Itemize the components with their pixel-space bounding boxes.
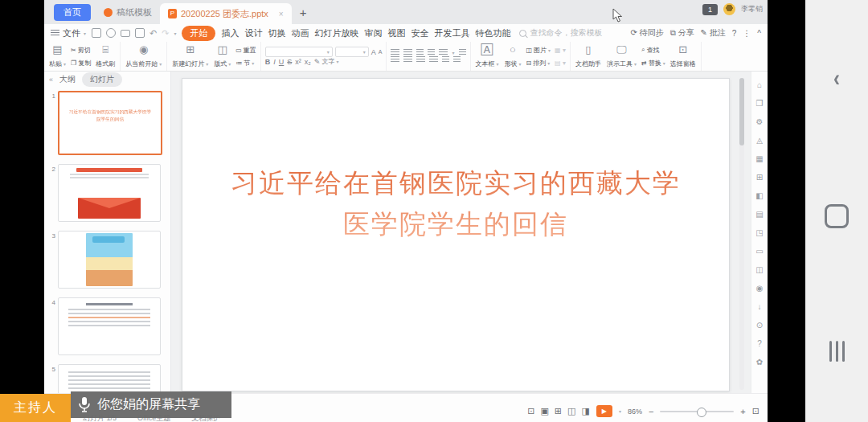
text-box-button[interactable]: 🄰 文本框▾ bbox=[475, 43, 500, 69]
fit-to-window-icon[interactable]: ⊡ bbox=[752, 406, 760, 416]
list-panel-icon[interactable]: ▤ bbox=[755, 206, 763, 223]
collapse-panel-icon[interactable]: « bbox=[49, 76, 53, 84]
reset-button[interactable]: ▭ 重置 bbox=[235, 46, 256, 55]
more-menu-icon[interactable]: ⋮ bbox=[743, 29, 751, 38]
back-icon[interactable]: ‹ bbox=[833, 64, 840, 92]
comment-button[interactable]: ✎ 批注 bbox=[701, 27, 726, 39]
notes-view-icon[interactable]: ◨ bbox=[581, 406, 589, 416]
selection-pane-button[interactable]: ⊡ 选择窗格 bbox=[669, 43, 697, 69]
save-icon[interactable] bbox=[92, 28, 101, 38]
file-menu-button[interactable]: 文件 ▾ bbox=[51, 27, 86, 39]
slide-thumbnail-3[interactable] bbox=[58, 231, 161, 289]
line-spacing-icon[interactable] bbox=[439, 49, 448, 56]
screen-share-banner[interactable]: 你您娟的屏幕共享 bbox=[71, 391, 231, 418]
export-panel-icon[interactable]: ▭ bbox=[755, 243, 763, 260]
settings-panel-icon[interactable]: ⚙ bbox=[756, 113, 764, 130]
template-tab[interactable]: 稿纸模板 bbox=[96, 2, 160, 22]
superscript-button[interactable]: x² bbox=[295, 58, 301, 66]
font-size-select[interactable]: ▾ bbox=[335, 47, 369, 57]
calendar-panel-icon[interactable]: ◫ bbox=[755, 261, 763, 278]
recents-icon[interactable] bbox=[829, 341, 845, 362]
reading-view-icon[interactable]: ◫ bbox=[567, 406, 575, 416]
replace-button[interactable]: ⇄ 替换▾ bbox=[641, 59, 665, 68]
slides-tab[interactable]: 幻灯片 bbox=[82, 72, 122, 87]
section-button[interactable]: ≔ 节▾ bbox=[235, 59, 256, 68]
slide-sorter-icon[interactable]: ⊞ bbox=[555, 406, 562, 416]
image-panel-icon[interactable]: ◉ bbox=[756, 280, 764, 297]
play-from-current-button[interactable]: ◉ 从当前开始▾ bbox=[125, 43, 162, 69]
indent-increase-icon[interactable] bbox=[428, 49, 435, 56]
slide-thumbnail-4[interactable] bbox=[58, 297, 161, 355]
underline-button[interactable]: U bbox=[279, 58, 285, 66]
tab-view[interactable]: 视图 bbox=[387, 27, 405, 39]
new-slide-button[interactable]: ⊞ 新建幻灯片▾ bbox=[171, 43, 209, 69]
collapse-ribbon-icon[interactable]: ^ bbox=[757, 29, 761, 38]
home-panel-icon[interactable]: ⌂ bbox=[757, 76, 762, 93]
font-family-select[interactable]: ▾ bbox=[265, 47, 333, 57]
tab-insert[interactable]: 插入 bbox=[221, 27, 239, 39]
text-direction-icon[interactable] bbox=[453, 56, 461, 64]
document-tab[interactable]: P 20200225 团委志.pptx × bbox=[160, 3, 292, 24]
display-settings-icon[interactable]: ⊡ bbox=[527, 406, 534, 416]
slide-canvas[interactable]: 习近平给在首钢医院实习的西藏大学 医学院学生的回信 bbox=[171, 72, 751, 393]
grid-panel-icon[interactable]: ⊞ bbox=[756, 169, 763, 186]
bullet-list-icon[interactable] bbox=[391, 49, 399, 56]
layers-panel-icon[interactable]: ❐ bbox=[756, 95, 764, 112]
tab-design[interactable]: 设计 bbox=[244, 27, 262, 39]
table-panel-icon[interactable]: ▦ bbox=[755, 150, 763, 167]
distribute-text-icon[interactable] bbox=[442, 56, 449, 64]
align-right-icon[interactable] bbox=[416, 56, 425, 64]
clipboard-panel-icon[interactable]: ◳ bbox=[755, 224, 763, 241]
slide-thumbnail-2[interactable] bbox=[58, 164, 161, 222]
help-icon[interactable]: ? bbox=[732, 29, 737, 38]
copy-button[interactable]: ❐ 复制 bbox=[71, 59, 91, 68]
align-left-icon[interactable] bbox=[391, 56, 399, 64]
print-preview-icon[interactable] bbox=[106, 28, 116, 38]
zoom-slider[interactable] bbox=[660, 411, 734, 412]
tab-home-ribbon[interactable]: 开始 bbox=[182, 26, 215, 41]
doc-assistant-button[interactable]: ▯ 文档助手 bbox=[575, 43, 602, 69]
tab-animation[interactable]: 动画 bbox=[291, 27, 309, 39]
sync-status[interactable]: ⟳ 待同步 bbox=[630, 27, 663, 39]
tab-security[interactable]: 安全 bbox=[411, 27, 428, 39]
paste-button[interactable]: ▤ 粘贴▾ bbox=[48, 43, 67, 69]
slide-thumbnail-5[interactable] bbox=[58, 364, 161, 393]
zoom-level[interactable]: 86% bbox=[628, 408, 642, 416]
vertical-scrollbar[interactable] bbox=[739, 78, 744, 390]
window-count-badge[interactable]: 1 bbox=[702, 4, 718, 15]
zoom-slider-knob[interactable] bbox=[697, 408, 706, 417]
download-panel-icon[interactable]: ↓ bbox=[758, 298, 762, 315]
command-search-input[interactable]: 查找命令，搜索模板 bbox=[519, 27, 602, 39]
outline-tab[interactable]: 大纲 bbox=[59, 74, 76, 85]
indent-decrease-icon[interactable] bbox=[416, 49, 424, 56]
columns-icon[interactable] bbox=[459, 49, 466, 56]
zoom-out-button[interactable]: − bbox=[649, 407, 653, 416]
play-options-icon[interactable]: ▾ bbox=[619, 408, 621, 414]
increase-font-icon[interactable]: A bbox=[371, 48, 376, 56]
numbered-list-icon[interactable] bbox=[403, 49, 412, 56]
new-tab-button[interactable]: + bbox=[300, 6, 307, 19]
italic-button[interactable]: I bbox=[273, 58, 276, 66]
gear-panel-icon[interactable]: ✿ bbox=[756, 354, 763, 371]
decrease-font-icon[interactable]: A bbox=[379, 49, 383, 55]
chart-panel-icon[interactable]: ◧ bbox=[755, 187, 763, 204]
slide-title[interactable]: 习近平给在首钢医院实习的西藏大学 医学院学生的回信 bbox=[182, 162, 729, 244]
presentation-tools-button[interactable]: 🖵 演示工具▾ bbox=[606, 43, 637, 69]
cut-button[interactable]: ✂ 剪切 bbox=[71, 46, 91, 55]
home-icon[interactable] bbox=[825, 204, 849, 228]
design-panel-icon[interactable]: ◬ bbox=[756, 132, 763, 149]
slide-thumbnail-1-selected[interactable]: 习近平给在首钢医院实习的西藏大学医学院学生的回信 bbox=[58, 91, 162, 155]
current-slide[interactable]: 习近平给在首钢医院实习的西藏大学 医学院学生的回信 bbox=[182, 78, 730, 391]
bold-button[interactable]: B bbox=[265, 58, 271, 66]
format-painter-button[interactable]: ⌸ 格式刷 bbox=[95, 43, 116, 69]
close-tab-icon[interactable]: × bbox=[279, 10, 284, 18]
picture-button[interactable]: ◫ 图片▾ bbox=[526, 46, 551, 55]
tab-special-features[interactable]: 特色功能 bbox=[475, 27, 510, 39]
more-commands-icon[interactable]: ▾ bbox=[174, 31, 176, 36]
printer-icon[interactable] bbox=[121, 30, 130, 37]
tab-slideshow[interactable]: 幻灯片放映 bbox=[314, 27, 358, 39]
tab-review[interactable]: 审阅 bbox=[364, 27, 382, 39]
text-effect-button[interactable]: ✎ 文字▾ bbox=[314, 57, 339, 66]
help-panel-icon[interactable]: ? bbox=[757, 335, 762, 352]
zoom-in-button[interactable]: + bbox=[740, 407, 745, 416]
